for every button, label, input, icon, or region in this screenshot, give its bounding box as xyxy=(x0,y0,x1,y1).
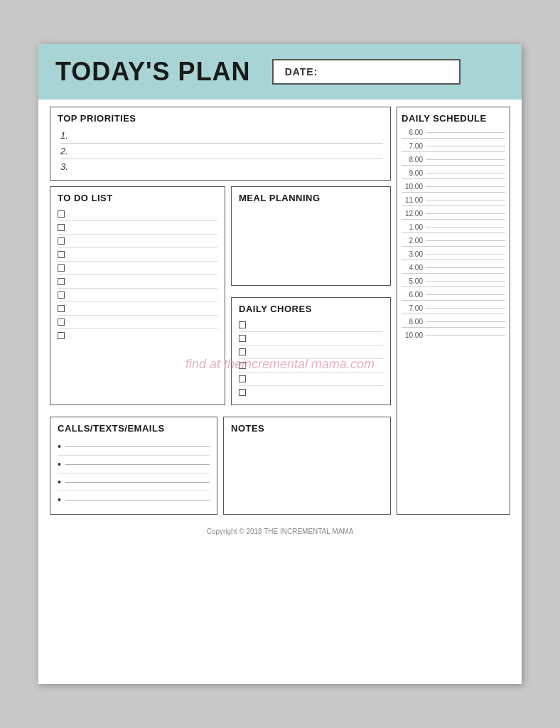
checkbox-10[interactable] xyxy=(58,332,65,339)
schedule-line xyxy=(426,294,505,295)
top-priorities-title: TOP PRIORITIES xyxy=(58,113,383,124)
schedule-line xyxy=(426,132,505,133)
meal-planning-section: MEAL PLANNING xyxy=(231,186,391,286)
time-1000pm: 10.00 xyxy=(402,331,423,339)
schedule-line xyxy=(426,281,505,282)
checkbox-4[interactable] xyxy=(58,251,65,258)
schedule-line xyxy=(426,321,505,322)
time-400: 4.00 xyxy=(402,263,423,272)
schedule-time-row: 5.00 xyxy=(402,277,505,287)
todo-item xyxy=(58,221,217,235)
daily-chores-section: DAILY CHORES xyxy=(231,297,391,405)
daily-schedule-section: DAILY SCHEDULE 6.00 7.00 8.00 9.00 xyxy=(397,107,510,515)
todo-item xyxy=(58,302,217,316)
chore-checkbox-3[interactable] xyxy=(239,348,246,355)
time-1100: 11.00 xyxy=(402,196,423,204)
schedule-time-row: 12.00 xyxy=(402,209,505,220)
schedule-time-row: 10.00 xyxy=(402,331,505,341)
schedule-time-row: 6.00 xyxy=(402,290,505,301)
time-500: 5.00 xyxy=(402,277,423,285)
time-1000: 10.00 xyxy=(402,182,423,191)
notes-section: NOTES xyxy=(223,417,391,515)
call-line-1 xyxy=(65,446,210,447)
copyright: Copyright © 2018 THE INCREMENTAL MAMA xyxy=(38,522,522,542)
chore-item xyxy=(239,359,383,373)
chore-item xyxy=(239,346,383,359)
daily-chores-title: DAILY CHORES xyxy=(239,304,383,314)
checkbox-8[interactable] xyxy=(58,305,65,312)
todo-title: TO DO LIST xyxy=(58,193,217,203)
schedule-time-row: 7.00 xyxy=(402,141,505,152)
page-title: TODAY'S PLAN xyxy=(55,57,251,87)
chore-checkbox-6[interactable] xyxy=(239,389,246,396)
right-sub-column: MEAL PLANNING DAILY CHORES xyxy=(231,186,391,405)
todo-item xyxy=(58,262,217,275)
page: TODAY'S PLAN DATE: TOP PRIORITIES 1. 2. … xyxy=(38,44,522,684)
bullet-icon-1: • xyxy=(58,441,61,452)
bottom-row: CALLS/TEXTS/EMAILS • • • • xyxy=(50,417,391,515)
chore-item xyxy=(239,386,383,399)
content: TOP PRIORITIES 1. 2. 3. TO DO LIST xyxy=(38,100,522,522)
todo-section: TO DO LIST xyxy=(50,186,225,405)
checkbox-7[interactable] xyxy=(58,291,65,299)
time-1200: 12.00 xyxy=(402,209,423,218)
time-600pm: 6.00 xyxy=(402,290,423,299)
time-900: 9.00 xyxy=(402,168,423,177)
time-100: 1.00 xyxy=(402,223,423,231)
bullet-icon-4: • xyxy=(58,494,61,505)
schedule-line xyxy=(426,254,505,255)
chore-checkbox-4[interactable] xyxy=(239,362,246,369)
checkbox-2[interactable] xyxy=(58,224,65,231)
bullet-icon-3: • xyxy=(58,476,61,488)
schedule-time-row: 8.00 xyxy=(402,155,505,166)
schedule-time-row: 8.00 xyxy=(402,317,505,328)
time-200: 2.00 xyxy=(402,236,423,245)
schedule-time-row: 9.00 xyxy=(402,168,505,179)
daily-schedule-title: DAILY SCHEDULE xyxy=(402,113,505,124)
schedule-line xyxy=(426,240,505,241)
todo-item xyxy=(58,329,217,342)
schedule-time-row: 3.00 xyxy=(402,250,505,260)
schedule-line xyxy=(426,200,505,200)
time-700pm: 7.00 xyxy=(402,304,423,312)
checkbox-3[interactable] xyxy=(58,237,65,245)
call-item: • xyxy=(58,473,210,491)
priority-item-2: 2. xyxy=(60,144,383,159)
checkbox-1[interactable] xyxy=(58,210,65,218)
priority-item-3: 3. xyxy=(60,159,383,174)
top-priorities-section: TOP PRIORITIES 1. 2. 3. xyxy=(50,107,391,181)
call-line-4 xyxy=(65,500,210,500)
checkbox-5[interactable] xyxy=(58,264,65,272)
chore-checkbox-2[interactable] xyxy=(239,335,246,342)
schedule-line xyxy=(426,186,505,187)
todo-item xyxy=(58,248,217,262)
bullet-icon-2: • xyxy=(58,459,61,470)
call-line-2 xyxy=(65,464,210,465)
time-800: 8.00 xyxy=(402,155,423,164)
meal-planning-title: MEAL PLANNING xyxy=(239,193,383,203)
time-600: 6.00 xyxy=(402,128,423,136)
date-input[interactable] xyxy=(323,65,448,79)
notes-title: NOTES xyxy=(231,423,383,434)
schedule-time-row: 2.00 xyxy=(402,236,505,247)
todo-item xyxy=(58,275,217,289)
schedule-time-row: 6.00 xyxy=(402,128,505,139)
calls-section: CALLS/TEXTS/EMAILS • • • • xyxy=(50,417,217,515)
todo-item xyxy=(58,235,217,248)
calls-title: CALLS/TEXTS/EMAILS xyxy=(58,423,210,434)
date-label: DATE: xyxy=(285,66,318,77)
call-item: • xyxy=(58,491,210,508)
time-800pm: 8.00 xyxy=(402,317,423,326)
todo-item xyxy=(58,316,217,329)
date-box: DATE: xyxy=(272,59,461,85)
checkbox-6[interactable] xyxy=(58,278,65,285)
call-item: • xyxy=(58,438,210,456)
schedule-time-row: 4.00 xyxy=(402,263,505,274)
chore-checkbox-5[interactable] xyxy=(239,375,246,382)
checkbox-9[interactable] xyxy=(58,318,65,326)
right-column: DAILY SCHEDULE 6.00 7.00 8.00 9.00 xyxy=(397,107,510,515)
schedule-time-row: 10.00 xyxy=(402,182,505,193)
chore-checkbox-1[interactable] xyxy=(239,321,246,328)
schedule-line xyxy=(426,267,505,268)
schedule-time-row: 1.00 xyxy=(402,223,505,233)
